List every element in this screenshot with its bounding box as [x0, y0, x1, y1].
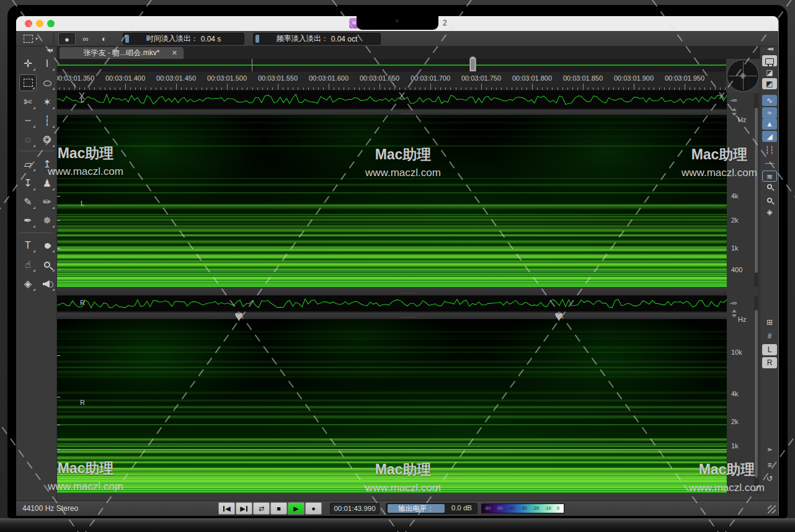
- freq-label: 4k: [731, 192, 739, 200]
- close-window-button[interactable]: [25, 20, 32, 27]
- freq-select-tool[interactable]: ✄: [19, 94, 37, 110]
- time-select-tool[interactable]: I: [38, 55, 56, 72]
- scrollbar-thumb[interactable]: [755, 108, 758, 273]
- stop-button[interactable]: ■: [270, 502, 287, 515]
- channel-divider[interactable]: ······: [57, 312, 727, 319]
- tab-close-icon[interactable]: ✕: [172, 47, 177, 59]
- mode-union[interactable]: ∞: [77, 32, 94, 45]
- marker-tool[interactable]: ✏: [38, 193, 56, 210]
- resize-grip[interactable]: [768, 505, 776, 513]
- playback-tool[interactable]: [38, 275, 56, 292]
- channel-divider[interactable]: ······: [57, 287, 727, 296]
- lasso-select-tool[interactable]: [38, 74, 56, 91]
- scrollbar-thumb[interactable]: [755, 310, 758, 477]
- cube-3d-tool[interactable]: ◈: [19, 275, 37, 292]
- channel-r-button[interactable]: R: [762, 357, 777, 368]
- rect-select-tool[interactable]: [19, 74, 37, 91]
- selection-shape-button[interactable]: ▾: [20, 33, 47, 45]
- divider-handle[interactable]: ······: [401, 290, 416, 296]
- grid-rows-icon[interactable]: ┄┄: [762, 158, 777, 169]
- spectrum-curve-icon[interactable]: ∿: [762, 95, 777, 106]
- brush-tool[interactable]: ❂: [38, 131, 56, 148]
- waveform-right[interactable]: [57, 296, 727, 312]
- mode-subtract[interactable]: ◐: [95, 32, 113, 45]
- freq-label: 2k: [731, 418, 739, 425]
- time-display[interactable]: 00:01:43.990: [330, 503, 380, 514]
- scrollbar-left-channel[interactable]: [754, 93, 758, 287]
- harmonic-pencil-tool[interactable]: ✎: [19, 193, 37, 210]
- overview-strip[interactable]: [57, 59, 727, 71]
- display-settings-icon[interactable]: [762, 55, 777, 66]
- layers-icon[interactable]: ≡: [762, 459, 777, 471]
- contrast-icon[interactable]: ◩: [762, 78, 777, 89]
- palette-collapse-button[interactable]: ◀◀: [47, 48, 52, 53]
- freehand-dash-tool[interactable]: ┄: [19, 112, 37, 129]
- smooth-curve-icon[interactable]: ≈: [762, 107, 777, 118]
- 3d-navigator[interactable]: ◈: [726, 59, 760, 92]
- mode-replace[interactable]: ●: [58, 32, 76, 45]
- eyedropper-tool-icon: [43, 242, 51, 250]
- panel-collapse-button[interactable]: ◀◀: [767, 47, 773, 51]
- laptop-chin: [0, 518, 795, 532]
- eraser-tool[interactable]: ▱: [19, 156, 37, 172]
- scrollbar-right-channel[interactable]: [754, 296, 758, 493]
- cube-3d-icon[interactable]: ◈: [762, 206, 777, 218]
- hz-label-right: Hz: [738, 316, 746, 323]
- levels-icon[interactable]: ◪: [762, 67, 777, 78]
- laptop-screen-bezel: ≋ 2 ▾ ●∞◐◑ 时间淡入淡出：: [7, 5, 788, 518]
- grid-columns-icon[interactable]: ┆┆: [762, 144, 777, 156]
- right-panel-strip: ◀◀ ◪◩∿≈▲◢┆┆┄┄≋◈⊞#LR➣≡↺: [760, 47, 778, 500]
- spray-tool[interactable]: ✵: [38, 212, 56, 229]
- spectrogram-right[interactable]: [57, 319, 727, 493]
- freq-label: 2k: [731, 216, 739, 224]
- freq-fade-label: 频率淡入淡出：: [277, 33, 329, 44]
- process-chip-icon[interactable]: ⊞: [762, 317, 777, 328]
- waveform-left[interactable]: [57, 91, 727, 109]
- spinner-up-icon[interactable]: [732, 309, 737, 313]
- zoom-waveform-icon[interactable]: [762, 182, 777, 193]
- spectrogram-left[interactable]: [57, 115, 727, 287]
- tab-document[interactable]: 张学友 - 吻...唱会.mkv* ✕: [60, 47, 184, 59]
- histogram-icon[interactable]: ◢: [762, 131, 777, 142]
- ruler-tick-label: 00:03:01.400: [97, 74, 153, 82]
- tab-bar: 张学友 - 吻...唱会.mkv* ✕: [57, 47, 760, 59]
- time-ruler[interactable]: 00:03:01.35000:03:01.40000:03:01.45000:0…: [57, 71, 729, 91]
- move-tool[interactable]: ✛: [19, 55, 37, 72]
- peak-display-icon[interactable]: ▲: [762, 118, 777, 130]
- harmonic-select-tool[interactable]: ┆: [38, 112, 56, 129]
- waveform-display-icon[interactable]: ≋: [762, 171, 777, 182]
- record-button[interactable]: ●: [305, 502, 322, 515]
- magic-wand-tool[interactable]: ✶: [38, 94, 56, 110]
- clone-stamp-tool[interactable]: ♟: [38, 175, 56, 192]
- play-button[interactable]: ▶: [288, 502, 304, 515]
- hand-tool[interactable]: ☝: [19, 256, 37, 273]
- eyedropper-tool[interactable]: [38, 237, 56, 254]
- hz-label-left: Hz: [738, 116, 746, 123]
- pen-tool[interactable]: ✒: [19, 212, 37, 229]
- output-level-field[interactable]: 输出电平： 0.0 dB: [386, 503, 477, 514]
- minimize-window-button[interactable]: [36, 20, 43, 27]
- zoom-window-button[interactable]: [47, 20, 55, 27]
- spinner-down-icon[interactable]: [732, 113, 737, 116]
- zoom-tool[interactable]: [38, 256, 56, 273]
- attenuate-tool[interactable]: ↧: [19, 175, 37, 192]
- spinner-down-icon[interactable]: [732, 314, 737, 317]
- channel-divider[interactable]: ······: [57, 109, 727, 115]
- channel-l-button[interactable]: L: [762, 344, 777, 355]
- text-tool[interactable]: T: [19, 237, 37, 254]
- loop-button[interactable]: ⇄: [253, 502, 270, 515]
- freq-fade-field[interactable]: 频率淡入淡出：0.04 oct: [253, 33, 381, 45]
- brush-select-tool[interactable]: ◌: [19, 131, 37, 148]
- history-icon[interactable]: ↺: [762, 473, 777, 484]
- go-to-end-button[interactable]: ▶: [236, 502, 252, 515]
- waveform-trace: [57, 91, 727, 109]
- zoom-selection-icon[interactable]: [762, 195, 777, 206]
- patch-nodes-icon[interactable]: #: [762, 330, 777, 342]
- freq-label: 1k: [731, 442, 739, 450]
- ruler-tick-label: 00:03:01.550: [250, 74, 306, 82]
- amplify-tool[interactable]: ↥: [38, 156, 56, 172]
- go-to-start-button[interactable]: ◀: [218, 502, 235, 515]
- spinner-up-icon[interactable]: [732, 108, 737, 111]
- time-fade-field[interactable]: 时间淡入淡出：0.04 s: [123, 33, 244, 45]
- merge-down-icon[interactable]: ➣: [762, 444, 777, 455]
